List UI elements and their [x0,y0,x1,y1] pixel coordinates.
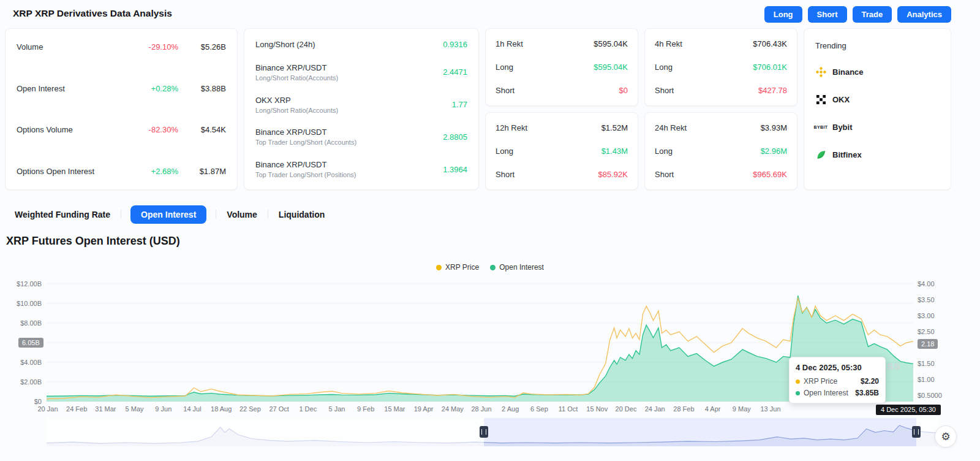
trending-item-bybit[interactable]: BYBIT Bybit [815,121,940,132]
crosshair-left-axis-badge: 6.05B [18,338,43,348]
navigator-right-handle[interactable] [912,426,921,438]
legend-item-open-interest[interactable]: Open Interest [490,263,544,272]
rekt-long-value: $706.01K [753,63,787,72]
axis-tick-label: $0 [34,397,42,406]
tooltip-series-label: XRP Price [804,377,857,386]
tooltip-date: 4 Dec 2025, 05:30 [796,363,879,372]
rekt-long-label: Long [655,147,673,156]
header-actions: Long Short Trade Analytics [764,6,951,23]
trending-item-label: Bybit [832,123,853,132]
trending-item-label: OKX [832,95,850,104]
long-button[interactable]: Long [764,6,802,23]
rekt-card-24h: 24h Rekt$3.93M Long$2.96M Short$965.69K [644,112,797,190]
metric-value: $5.26B [178,42,226,51]
rekt-total: $706.43K [753,39,787,48]
axis-tick-label: $0.5000 [918,391,942,400]
rekt-title: 24h Rekt [655,123,687,132]
chart-tabs: Weighted Funding Rate Open Interest Volu… [13,205,326,224]
axis-tick-label: $10.00B [17,299,42,308]
rekt-card-4h: 4h Rekt$706.43K Long$706.01K Short$427.7… [644,28,797,106]
axis-tick-label: 15 Mar [384,405,405,413]
trending-card: Trending Binance OKX BYBIT Bybit Bitfine… [804,28,951,190]
rekt-short-label: Short [496,170,514,179]
overview-row-volume: Volume -29.10% $5.26B [17,42,226,51]
series-dot-icon [796,379,800,384]
ratio-value: 2.4471 [443,67,467,77]
rekt-short-value: $965.69K [753,170,787,179]
axis-tick-label: 5 Jan [329,405,345,413]
metric-label: Options Open Interest [17,167,122,176]
rekt-long-label: Long [496,63,513,72]
series-dot-icon [796,391,800,395]
axis-tick-label: 20 Dec [616,405,637,413]
ratio-label: OKX XRP [255,96,452,105]
axis-tick-label: 19 Apr [414,405,434,413]
trade-button[interactable]: Trade [853,6,892,23]
axis-tick-label: $8.00B [20,319,42,327]
tab-weighted-funding-rate[interactable]: Weighted Funding Rate [13,205,111,224]
trending-item-label: Bitfinex [832,150,862,159]
bitfinex-icon [815,149,826,160]
open-interest-chart-plot[interactable] [46,281,914,402]
binance-icon [815,66,826,77]
chart-section-title: XRP Futures Open Interest (USD) [6,235,180,248]
legend-label: Open Interest [499,263,544,272]
ratio-row: Long/Short (24h) 0.9316 [255,40,467,49]
trending-item-bitfinex[interactable]: Bitfinex [815,149,940,160]
rekt-long-label: Long [655,63,673,72]
axis-tick-label: 5 May [126,405,144,413]
chart-settings-button[interactable]: ⚙ [935,425,957,448]
axis-tick-label: 24 May [442,405,464,413]
axis-tick-label: 2 Aug [502,405,519,413]
axis-tick-label: $3.00 [918,311,935,320]
axis-tick-label: 24 Jan [645,405,665,413]
ratio-row: Binance XRP/USDTTop Trader Long/Short (A… [255,128,467,146]
rekt-short-value: $427.78 [758,86,787,95]
metric-change: +2.68% [122,167,178,176]
rekt-long-value: $595.04K [594,63,628,72]
rekt-short-label: Short [655,86,674,95]
tab-separator [268,210,268,219]
metric-value: $3.88B [178,84,226,93]
axis-tick-label: 13 Jun [760,405,780,413]
tooltip-series-value: $3.85B [855,389,879,397]
metric-change: -82.30% [122,125,178,134]
short-button[interactable]: Short [808,6,847,23]
legend-dot-icon [436,265,442,270]
tab-separator [121,210,121,219]
derivatives-dashboard: XRP XRP Derivatives Data Analysis Long S… [0,0,980,461]
tooltip-row: Open Interest $3.85B [796,389,879,397]
ratio-row: Binance XRP/USDTTop Trader Long/Short (P… [255,160,467,178]
tab-liquidation[interactable]: Liquidation [277,205,326,224]
metric-label: Options Volume [17,125,122,134]
ratio-value: 2.8805 [443,132,467,142]
rekt-total: $1.52M [601,123,628,132]
tab-open-interest[interactable]: Open Interest [130,205,206,224]
axis-tick-label: 14 Jul [183,405,201,413]
ratio-value: 1.3964 [443,165,467,174]
axis-tick-label: $1.50 [918,359,935,368]
analytics-button[interactable]: Analytics [897,6,951,23]
metric-label: Open Interest [17,84,122,93]
tooltip-row: XRP Price $2.20 [796,377,879,386]
ratio-sublabel: Long/Short Ratio(Accounts) [255,74,443,82]
crosshair-right-axis-badge: 2.18 [918,339,938,349]
rekt-total: $3.93M [761,123,787,132]
ratio-label: Long/Short (24h) [255,40,443,49]
rekt-card-12h: 12h Rekt$1.52M Long$1.43M Short$85.92K [485,112,638,190]
market-overview-card: Volume -29.10% $5.26B Open Interest +0.2… [5,28,238,190]
legend-item-xrp-price[interactable]: XRP Price [436,263,479,272]
axis-tick-label: 4 Apr [705,405,721,413]
rekt-short-value: $85.92K [598,170,628,179]
axis-tick-label: 27 Oct [269,405,288,413]
trending-item-binance[interactable]: Binance [815,66,940,77]
trending-item-okx[interactable]: OKX [815,94,940,105]
axis-tick-label: $4.00 [918,280,935,288]
tab-volume[interactable]: Volume [225,205,258,224]
overview-row-open-interest: Open Interest +0.28% $3.88B [17,84,226,93]
axis-tick-label: 1 Dec [299,405,317,413]
axis-tick-label: 28 Jun [471,405,491,413]
navigator-selected-range[interactable] [484,418,916,446]
navigator-left-handle[interactable] [480,426,488,438]
ratio-sublabel: Top Trader Long/Short (Accounts) [255,139,443,146]
